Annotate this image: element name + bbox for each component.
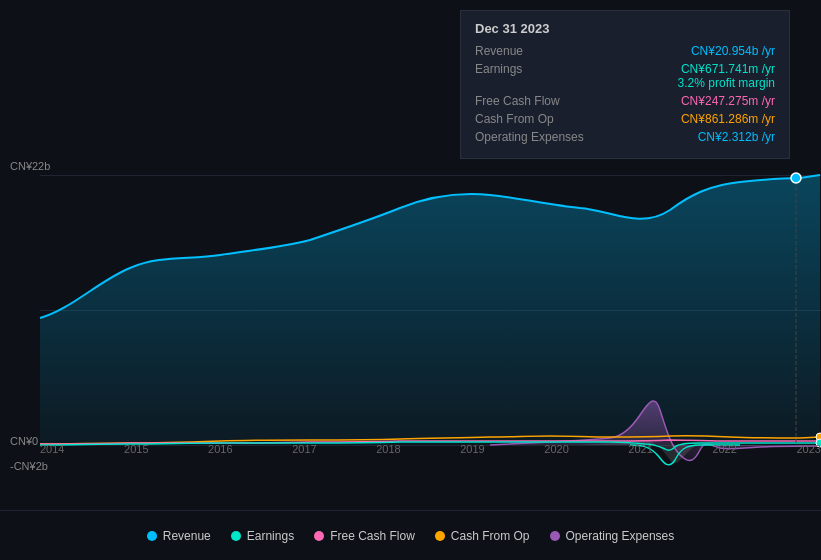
legend-cashop[interactable]: Cash From Op	[435, 529, 530, 543]
x-label-2016: 2016	[208, 443, 232, 455]
x-label-2018: 2018	[376, 443, 400, 455]
x-label-2020: 2020	[544, 443, 568, 455]
legend-cashop-label: Cash From Op	[451, 529, 530, 543]
x-label-2023: 2023	[796, 443, 820, 455]
legend-opex[interactable]: Operating Expenses	[550, 529, 675, 543]
tooltip-cashop-label: Cash From Op	[475, 112, 595, 126]
legend-fcf-label: Free Cash Flow	[330, 529, 415, 543]
legend-revenue-dot	[147, 531, 157, 541]
x-label-2017: 2017	[292, 443, 316, 455]
tooltip-earnings-margin: 3.2% profit margin	[678, 76, 775, 90]
x-label-2021: 2021	[628, 443, 652, 455]
tooltip-cashop-row: Cash From Op CN¥861.286m /yr	[475, 112, 775, 126]
chart-area: CN¥22b CN¥0 -CN¥2b	[0, 0, 821, 510]
x-label-2015: 2015	[124, 443, 148, 455]
tooltip-earnings-value: CN¥671.741m /yr	[681, 62, 775, 76]
svg-point-1	[791, 173, 801, 183]
legend-opex-label: Operating Expenses	[566, 529, 675, 543]
tooltip-revenue-value: CN¥20.954b /yr	[691, 44, 775, 58]
tooltip-opex-label: Operating Expenses	[475, 130, 595, 144]
x-label-2014: 2014	[40, 443, 64, 455]
legend-bar: Revenue Earnings Free Cash Flow Cash Fro…	[0, 510, 821, 560]
x-label-2019: 2019	[460, 443, 484, 455]
tooltip-opex-row: Operating Expenses CN¥2.312b /yr	[475, 130, 775, 144]
legend-fcf[interactable]: Free Cash Flow	[314, 529, 415, 543]
tooltip-date: Dec 31 2023	[475, 21, 775, 36]
legend-earnings-label: Earnings	[247, 529, 294, 543]
x-axis-labels: 2014 2015 2016 2017 2018 2019 2020 2021 …	[40, 443, 821, 455]
legend-earnings-dot	[231, 531, 241, 541]
legend-earnings[interactable]: Earnings	[231, 529, 294, 543]
legend-opex-dot	[550, 531, 560, 541]
x-label-2022: 2022	[712, 443, 736, 455]
legend-cashop-dot	[435, 531, 445, 541]
tooltip-revenue-row: Revenue CN¥20.954b /yr	[475, 44, 775, 58]
legend-revenue-label: Revenue	[163, 529, 211, 543]
legend-revenue[interactable]: Revenue	[147, 529, 211, 543]
tooltip-earnings-row: Earnings CN¥671.741m /yr 3.2% profit mar…	[475, 62, 775, 90]
tooltip: Dec 31 2023 Revenue CN¥20.954b /yr Earni…	[460, 10, 790, 159]
legend-fcf-dot	[314, 531, 324, 541]
tooltip-cashop-value: CN¥861.286m /yr	[681, 112, 775, 126]
tooltip-earnings-label: Earnings	[475, 62, 595, 76]
tooltip-fcf-value: CN¥247.275m /yr	[681, 94, 775, 108]
tooltip-revenue-label: Revenue	[475, 44, 595, 58]
tooltip-opex-value: CN¥2.312b /yr	[698, 130, 775, 144]
tooltip-fcf-label: Free Cash Flow	[475, 94, 595, 108]
tooltip-fcf-row: Free Cash Flow CN¥247.275m /yr	[475, 94, 775, 108]
